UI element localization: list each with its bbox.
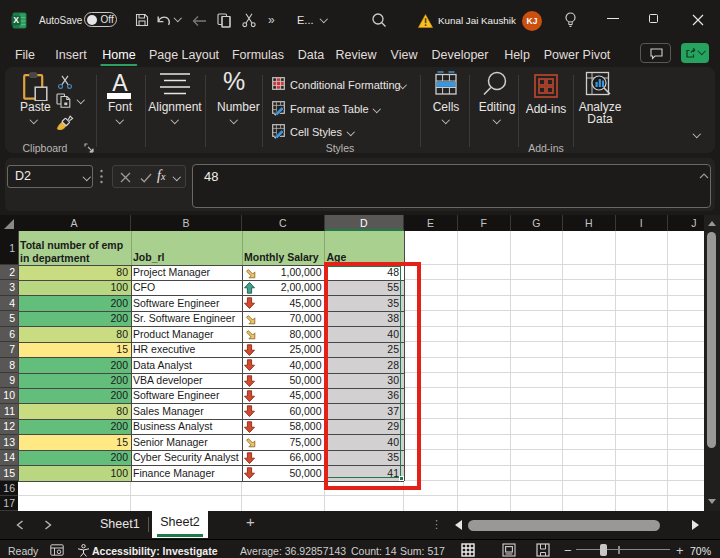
svg-text:X: X	[13, 15, 19, 25]
